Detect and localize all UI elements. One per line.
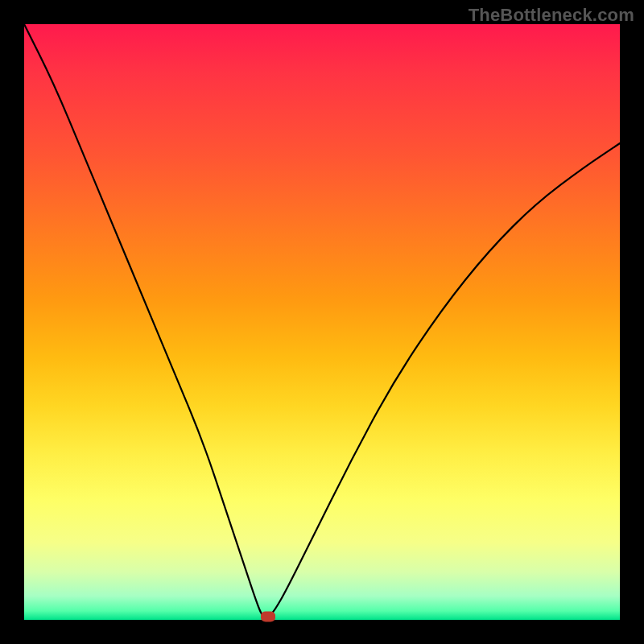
watermark-text: TheBottleneck.com xyxy=(469,5,634,26)
plot-area xyxy=(24,24,620,620)
optimal-point-marker xyxy=(261,612,275,622)
chart-frame: TheBottleneck.com xyxy=(0,0,644,644)
curve-path xyxy=(24,24,620,617)
bottleneck-curve xyxy=(24,24,620,620)
